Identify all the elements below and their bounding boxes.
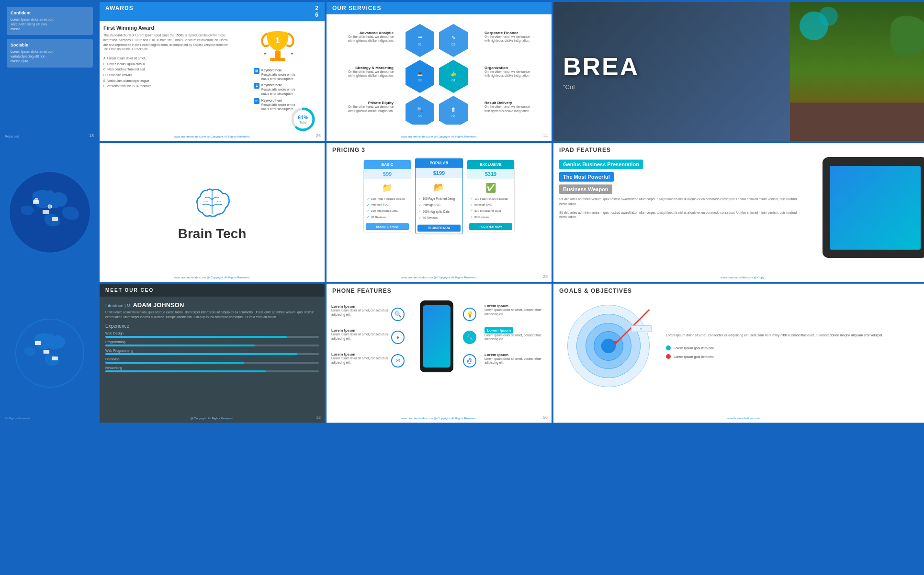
ipad-header: IPAD FEATURES (553, 143, 924, 157)
award-list-c: C. Nam condimentum nisl sed (103, 67, 231, 72)
popular-btn[interactable]: REGISTER NOW (417, 225, 461, 232)
goal-items-list: Lorem ipsum dolor sit amet, consectetuer… (666, 333, 924, 359)
svg-rect-37 (44, 350, 49, 354)
svg-text:1: 1 (276, 36, 280, 45)
goals-title: GOALS & OBJECTIVES (559, 288, 632, 294)
svc-right-2-desc: On the other hand, we denouncewith right… (485, 70, 547, 78)
ipad-title: IPAD FEATURES (559, 147, 611, 153)
trophy-icon: 1 (259, 25, 297, 68)
price-card-basic: BASIC $99 📁 ✓100 Page Finished Design ✓I… (363, 160, 411, 232)
slide-world-map-top (2, 143, 98, 282)
world-map-svg (7, 164, 93, 260)
break-subtitle: "Cof (563, 83, 639, 91)
hex-grid: ☰ 01 ✎ 02 💻 03 👍 04 🔍 05 (401, 19, 477, 125)
awards-title: AWARDS (105, 5, 134, 18)
svg-rect-1 (275, 51, 281, 58)
phone-mockup (420, 300, 453, 372)
svg-marker-4 (264, 52, 267, 55)
basic-header: BASIC (364, 160, 411, 169)
popular-feat-3: 200 Infographic Data (423, 209, 450, 214)
award-list-f: F. Versions from the 1914 rackham (103, 83, 231, 89)
skill-prog-label: Programming (105, 340, 319, 344)
basic-feat-4: 30 Reviews (371, 215, 386, 220)
svg-text:👍: 👍 (451, 70, 457, 77)
awards-num: 26 (315, 5, 319, 18)
svg-text:02: 02 (451, 43, 455, 46)
slide-confident: Confident Lorem Ipsum dolor amet.comsect… (2, 2, 98, 141)
kw-text-2: Keyword herePerspiciatis undre omnis nat… (261, 83, 302, 96)
basic-feat-2: Indesign SVG (371, 202, 389, 207)
phone-left-1-title: Lorem Ipsum (331, 304, 389, 309)
awards-header: AWARDS 26 (100, 2, 325, 21)
ceo-intro: Introduce | Mr.ADAM JOHNSON (105, 301, 319, 309)
ceo-header: MEET OUR CEO (100, 284, 325, 297)
phone-right-2-title: Lorem Ipsum (485, 327, 513, 334)
svg-marker-10 (406, 24, 434, 57)
phone-left-2-title: Lorem Ipsum (331, 328, 389, 333)
svc-left-3-desc: On the other hand, we denouncewith right… (331, 105, 394, 113)
phone-icon-mail: ✉ (391, 354, 405, 368)
phone-left-3-title: Lorem Ipsum (331, 352, 389, 356)
popular-feat-4: 50 Reviews (423, 216, 438, 221)
svg-rect-36 (35, 341, 41, 345)
svg-marker-16 (406, 60, 434, 93)
world-map-bottom-svg (11, 310, 88, 396)
svc-right-3-name: Result Delivery (485, 101, 547, 105)
pricing-slide-num: 29 (543, 274, 548, 279)
slide9-reserved: All Rights Reserved. (5, 417, 31, 420)
svc-right-1-name: Corporate Finance (485, 31, 547, 35)
target-chart: fl (561, 300, 656, 391)
svg-text:61%: 61% (298, 115, 308, 120)
slide-break: BREA "Cof (553, 2, 924, 141)
award-list-d: D. Ut fringilla orci-uis (103, 72, 231, 78)
phone-left-2-desc: Lorem ipsum dolor sit amet, consectetuer… (331, 333, 389, 341)
pricing-footer: www.braintechslides.com @ Copyright. All… (401, 276, 477, 279)
phone-right-1-title: Lorem Ipsum (485, 304, 547, 308)
phone-header: PHONE FEATURES (327, 284, 552, 298)
slide-ceo: MEET OUR CEO Introduce | Mr.ADAM JOHNSON… (100, 284, 325, 423)
phone-icon-bulb: 💡 (463, 308, 476, 321)
phone-title: PHONE FEATURES (332, 288, 392, 294)
goals-footer: www.braintechslides.com (727, 417, 759, 420)
svg-text:fl: fl (641, 327, 642, 331)
svg-rect-38 (52, 356, 57, 360)
excl-feat-1: 100 Page Finished Design (474, 196, 508, 202)
exclusive-header: EXCLUSIVE (467, 160, 514, 169)
svg-text:04: 04 (451, 79, 455, 82)
svg-rect-2 (270, 58, 285, 61)
slide-pricing: PRICING 3 BASIC $99 📁 ✓100 Page Finished… (327, 143, 552, 282)
svg-text:✎: ✎ (451, 35, 455, 40)
svg-rect-32 (52, 217, 58, 221)
svg-rect-31 (43, 210, 49, 214)
ceo-name: ADAM JOHNSON (133, 301, 184, 309)
award-title: First Winning Award (103, 25, 231, 31)
ceo-footer: @ Copyright. All Rights Reserved. (191, 417, 234, 420)
svg-point-33 (34, 198, 38, 202)
services-footer: www.braintechslides.com @ Copyright. All… (401, 135, 477, 138)
exclusive-btn[interactable]: REGISTER NOW (469, 223, 512, 230)
svc-left-1-name: Advanced Analytic (331, 31, 394, 35)
skill-db-bar (105, 362, 244, 364)
svg-marker-19 (439, 60, 468, 93)
goal-item-2: Lorem ipsum goal item two (674, 355, 714, 358)
svg-text:03: 03 (418, 79, 422, 82)
slide-goals: GOALS & OBJECTIVES fl Lorem ipsum do (553, 284, 924, 423)
ipad-headline1: Genius Business Presentation (559, 160, 643, 169)
ipad-headline2: The Most Powerful (559, 172, 614, 182)
phone-right-2-desc: Lorem ipsum dolor sit amet, consectetuer… (485, 334, 547, 342)
ceo-slide-num: 32 (316, 415, 321, 420)
popular-icon: 📂 (416, 178, 462, 195)
kw-icon-3: ✏ (254, 98, 259, 104)
price-card-exclusive: EXCLUSIVE $319 ✅ ✓100 Page Finished Desi… (467, 160, 515, 232)
goals-header: GOALS & OBJECTIVES (553, 284, 924, 298)
basic-btn[interactable]: REGISTER NOW (366, 223, 409, 230)
award-desc: The standard chunk of Lorem Ipsum used s… (103, 33, 231, 52)
slide-phone: PHONE FEATURES Lorem Ipsum Lorem ipsum d… (327, 284, 552, 423)
services-slide-num: 14 (543, 133, 548, 138)
experience-title: Experience (105, 323, 319, 329)
popular-feat-2: Indesign SVG (423, 203, 440, 208)
svg-text:06: 06 (451, 115, 455, 118)
svg-text:05: 05 (418, 115, 422, 118)
svg-point-43 (601, 339, 616, 353)
circle-progress-chart: 61% Total (289, 105, 317, 134)
